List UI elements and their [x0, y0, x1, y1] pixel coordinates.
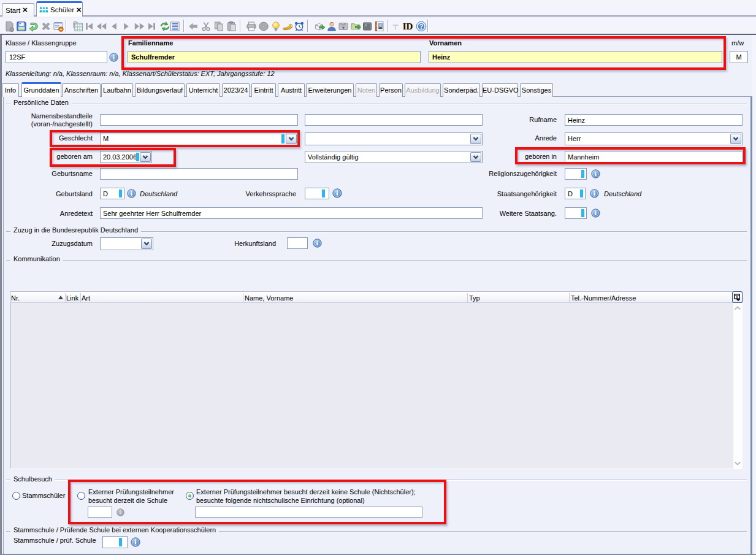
nav-fast-forward-button[interactable]: [133, 20, 147, 33]
nav-back-button[interactable]: [107, 20, 121, 33]
mw-input[interactable]: M: [730, 51, 748, 63]
tab-austritt[interactable]: Austritt: [278, 83, 305, 97]
undo-button[interactable]: [27, 20, 40, 33]
verkehrssprache-info-icon[interactable]: [332, 188, 342, 198]
extern-keine-schule-label-1[interactable]: Externer Prüfungsteilnehmer besucht derz…: [196, 488, 416, 496]
vertical-scrollbar[interactable]: [733, 303, 743, 469]
stammschueler-label[interactable]: Stammschüler: [22, 492, 65, 500]
col-header-typ[interactable]: Typ: [469, 294, 480, 302]
weitere-staatsang-info-icon[interactable]: [591, 209, 600, 218]
doc-tab-schueler[interactable]: Schüler ✕: [36, 1, 83, 17]
column-separator[interactable]: [65, 293, 66, 302]
scroll-down-icon[interactable]: [733, 461, 742, 466]
geboren-in-input[interactable]: Mannheim: [565, 151, 743, 163]
tab-sonstiges[interactable]: Sonstiges: [520, 83, 553, 97]
geschlecht-dropdown-button[interactable]: [286, 134, 297, 144]
nichtschulische-einrichtung-input[interactable]: [195, 507, 422, 518]
column-separator[interactable]: [467, 293, 468, 302]
table-export-button[interactable]: [337, 20, 350, 33]
geschlecht-zusatz-combo[interactable]: [305, 132, 483, 145]
cut-button[interactable]: [199, 20, 213, 33]
extern-besucht-label-2[interactable]: besucht derzeit die Schule: [88, 497, 167, 505]
col-header-nr[interactable]: Nr.: [11, 294, 20, 302]
scroll-up-icon[interactable]: [733, 305, 742, 311]
address-book-button[interactable]: [373, 20, 386, 33]
geburtsland-info-icon[interactable]: [127, 189, 136, 198]
back-arrow-button[interactable]: [186, 20, 200, 33]
new-document-button[interactable]: [2, 20, 16, 33]
stammschueler-radio[interactable]: [12, 492, 20, 500]
col-header-name[interactable]: Name, Vorname: [245, 294, 293, 302]
tab-sonderpaed[interactable]: Sonderpäd.: [443, 83, 480, 97]
col-header-tel[interactable]: Tel.-Nummer/Adresse: [571, 294, 636, 302]
extern-besucht-radio[interactable]: [77, 492, 85, 500]
tab-unterricht[interactable]: Unterricht: [186, 83, 220, 97]
help-button[interactable]: ?: [414, 20, 428, 33]
list-button[interactable]: [168, 20, 181, 33]
nav-first-button[interactable]: [82, 20, 96, 33]
tab-2023-24[interactable]: 2023/24: [222, 83, 250, 97]
rufname-input[interactable]: Heinz: [565, 114, 743, 126]
geburtsname-input[interactable]: [100, 168, 298, 180]
tab-grunddaten[interactable]: Grunddaten: [21, 82, 61, 97]
kommunikation-table-body[interactable]: [10, 303, 743, 469]
gueltigkeit-combo[interactable]: Vollständig gültig: [305, 151, 483, 163]
stammschule-input[interactable]: [102, 536, 128, 548]
verkehrssprache-input[interactable]: [305, 188, 329, 199]
zuzugsdatum-combo[interactable]: [100, 237, 153, 250]
tab-eu-dsgvo[interactable]: EU-DSGVO: [482, 83, 518, 97]
geboren-am-dropdown-button[interactable]: [140, 152, 151, 162]
zuzugsdatum-dropdown-button[interactable]: [141, 239, 152, 249]
namensbestandteile-voran-input[interactable]: [100, 114, 298, 126]
column-separator[interactable]: [80, 293, 81, 302]
nav-fast-back-button[interactable]: [94, 20, 108, 33]
geboren-am-combo[interactable]: 20.03.2006: [100, 151, 152, 163]
doc-tab-start[interactable]: Start ✕: [2, 3, 34, 17]
close-tab-icon[interactable]: ✕: [22, 6, 28, 14]
close-tab-icon[interactable]: ✕: [76, 6, 82, 14]
form-remove-button[interactable]: [52, 20, 65, 33]
column-separator[interactable]: [569, 293, 570, 302]
geschlecht-combo[interactable]: M: [100, 132, 298, 145]
photo-button[interactable]: [361, 20, 374, 33]
herkunftsland-input[interactable]: [287, 237, 308, 249]
vornamen-input[interactable]: Heinz: [429, 51, 722, 63]
stammschule-info-icon[interactable]: [131, 537, 140, 547]
herkunftsland-info-icon[interactable]: [313, 239, 322, 248]
geburtsland-input[interactable]: D: [100, 188, 124, 199]
religion-info-icon[interactable]: [591, 169, 600, 178]
col-header-link[interactable]: Link: [66, 294, 78, 302]
tab-erweiterungen[interactable]: Erweiterungen: [306, 83, 354, 97]
col-header-art[interactable]: Art: [82, 294, 90, 302]
extern-besucht-schule-input[interactable]: [88, 507, 112, 518]
nav-forward-button[interactable]: [120, 20, 133, 33]
namensbestandteile-nach-input[interactable]: [305, 114, 483, 126]
klasse-info-icon[interactable]: [109, 53, 118, 62]
tab-laufbahn[interactable]: Laufbahn: [101, 83, 133, 97]
familienname-input[interactable]: Schulfremder: [128, 51, 421, 63]
anrede-combo[interactable]: Herr: [565, 132, 743, 145]
print-button[interactable]: [245, 20, 258, 33]
column-separator[interactable]: [243, 293, 243, 302]
tab-eintritt[interactable]: Eintritt: [251, 83, 276, 97]
klasse-input[interactable]: 12SF: [6, 51, 107, 63]
delete-button[interactable]: [39, 20, 53, 33]
anredetext-input[interactable]: Sehr geehrter Herr Schulfremder: [100, 207, 483, 219]
extern-keine-schule-label-2[interactable]: besuchte folgende nichtschulische Einric…: [196, 497, 365, 505]
religion-input[interactable]: [565, 168, 587, 180]
column-chooser-button[interactable]: [732, 291, 743, 303]
reminder-button[interactable]: [292, 20, 306, 33]
id-button[interactable]: ID: [400, 20, 416, 33]
nav-last-button[interactable]: [145, 20, 159, 33]
export-box-button[interactable]: [313, 20, 326, 33]
staatsangehoerigkeit-input[interactable]: D: [565, 188, 586, 199]
save-button[interactable]: [15, 20, 28, 33]
tab-info[interactable]: Info: [2, 83, 19, 97]
paste-button[interactable]: [225, 20, 239, 33]
extern-besucht-label-1[interactable]: Externer Prüfungsteilnehmer: [88, 488, 174, 496]
copy-button[interactable]: [212, 20, 226, 33]
tab-person[interactable]: Person: [379, 83, 403, 97]
staatsangehoerigkeit-info-icon[interactable]: [590, 189, 599, 198]
disc-button[interactable]: [257, 20, 270, 33]
tab-anschriften[interactable]: Anschriften: [62, 83, 101, 97]
